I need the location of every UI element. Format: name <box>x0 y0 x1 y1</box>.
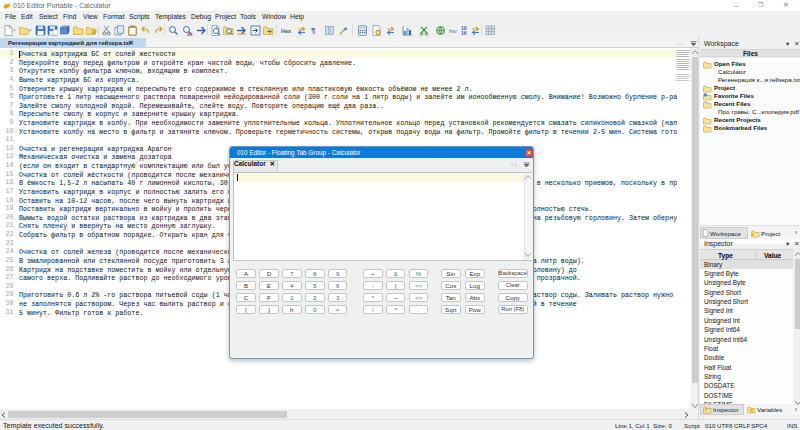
svg-text:ab: ab <box>187 31 193 37</box>
